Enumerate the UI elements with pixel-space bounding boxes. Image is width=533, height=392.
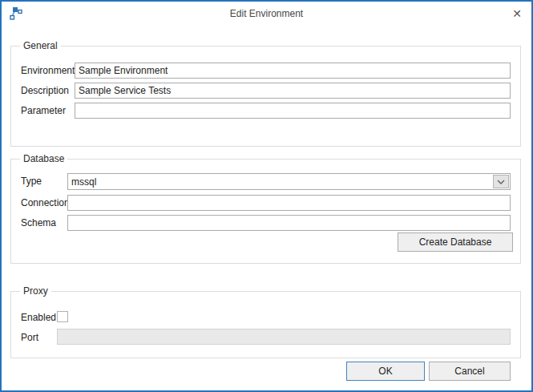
- port-label: Port: [21, 332, 38, 343]
- create-database-button[interactable]: Create Database: [398, 232, 513, 252]
- proxy-groupbox-label: Proxy: [20, 285, 51, 297]
- type-selected-value: mssql: [68, 174, 492, 189]
- chevron-down-icon[interactable]: [493, 175, 509, 188]
- titlebar: Edit Environment ✕: [2, 2, 531, 26]
- schema-label: Schema: [21, 217, 56, 228]
- general-groupbox: General Environment Description Paramete…: [10, 46, 521, 147]
- enabled-row: Enabled: [21, 309, 511, 325]
- environment-input[interactable]: [75, 63, 511, 79]
- type-label: Type: [21, 176, 42, 187]
- environment-label: Environment: [21, 65, 75, 76]
- cancel-button[interactable]: Cancel: [429, 362, 511, 381]
- schema-input[interactable]: [67, 215, 511, 231]
- close-icon[interactable]: ✕: [509, 6, 525, 22]
- general-groupbox-label: General: [20, 40, 61, 51]
- connection-label: Connection: [21, 197, 70, 208]
- edit-environment-dialog: Edit Environment ✕ General Environment D…: [0, 0, 533, 392]
- ok-button[interactable]: OK: [346, 362, 425, 381]
- port-input: [57, 329, 511, 345]
- type-combobox[interactable]: mssql: [67, 173, 511, 190]
- proxy-groupbox: Proxy Enabled Port: [10, 291, 521, 358]
- description-label: Description: [21, 85, 69, 96]
- parameter-label: Parameter: [21, 105, 66, 116]
- connection-input[interactable]: [67, 195, 511, 211]
- dialog-title: Edit Environment: [2, 8, 531, 19]
- database-groupbox-label: Database: [20, 153, 67, 164]
- enabled-checkbox[interactable]: [57, 311, 68, 322]
- description-input[interactable]: [75, 83, 511, 99]
- enabled-label: Enabled: [21, 312, 56, 323]
- parameter-input[interactable]: [75, 103, 511, 119]
- database-groupbox: Database Type mssql Connection Schema Cr…: [10, 159, 521, 264]
